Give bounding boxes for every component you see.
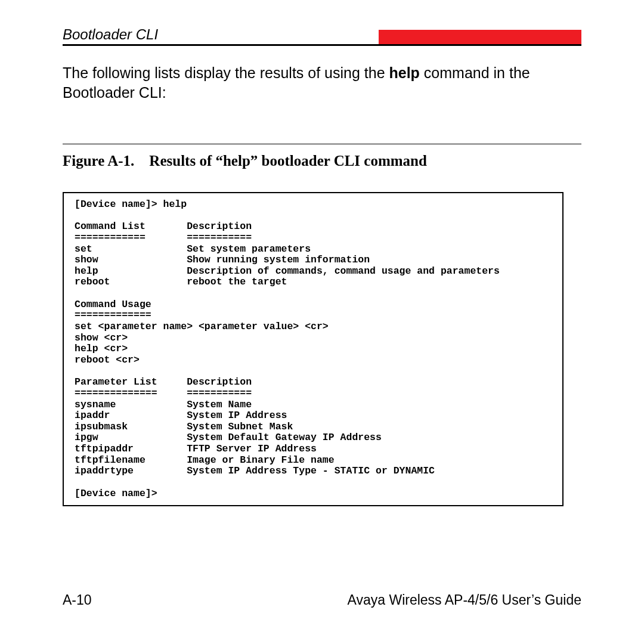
header-title: Bootloader CLI (63, 26, 158, 43)
page-number: A-10 (63, 592, 92, 608)
page: Bootloader CLI The following lists displ… (0, 0, 644, 644)
header-red-accent (379, 30, 581, 44)
page-footer: A-10 Avaya Wireless AP-4/5/6 User’s Guid… (63, 592, 581, 608)
intro-bold-word: help (389, 64, 420, 81)
intro-text-prefix: The following lists display the results … (63, 64, 389, 81)
intro-paragraph: The following lists display the results … (63, 63, 581, 102)
page-header: Bootloader CLI (63, 24, 581, 48)
header-rule (63, 44, 581, 46)
figure-caption: Figure A-1. Results of “help” bootloader… (63, 153, 581, 169)
guide-title: Avaya Wireless AP-4/5/6 User’s Guide (348, 592, 581, 608)
cli-output-box: [Device name]> help Command List Descrip… (63, 192, 564, 506)
figure-top-rule (63, 144, 581, 144)
